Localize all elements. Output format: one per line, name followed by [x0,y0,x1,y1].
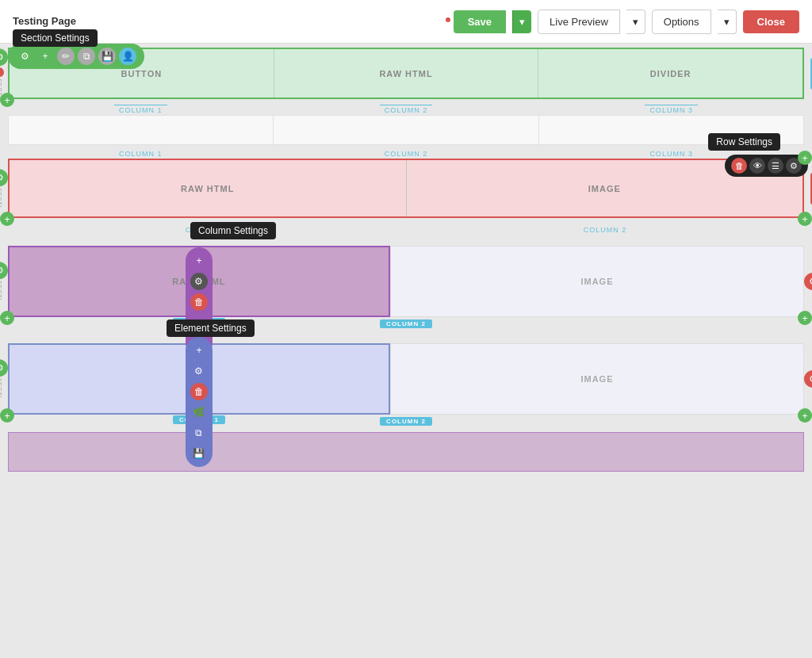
section2-col2 [274,116,538,144]
section1-col2: RAW HTML [274,49,539,98]
row-toolbar-eye-button[interactable]: 👁 [749,158,765,174]
save-dropdown-button[interactable]: ▾ [512,10,531,33]
section5: Element Settings ⚙ SECTI + ⚙ 🗑 🌿 ⧉ 💾 COL… [8,343,804,415]
section3-col-labels: COLUMN 1 COLUMN 2 [8,226,804,234]
section5-col1: + ⚙ 🗑 🌿 ⧉ 💾 COLUMN 1 [8,343,390,415]
close-button[interactable]: Close [743,10,799,33]
section6 [8,432,804,472]
header-left: Testing Page Section Settings [13,15,76,29]
elem-toolbar-trash-button[interactable]: 🗑 [190,383,208,400]
section3-col1: RAW HTML [10,160,407,216]
section4-gear-icon[interactable]: ⚙ [0,262,8,279]
toolbar-copy-button[interactable]: ⧉ [78,48,95,65]
toolbar-pencil-button[interactable]: ✏ [57,48,75,65]
header-right: Save ▾ Live Preview ▾ Options ▾ Close [442,10,799,34]
section1-col-labels: COLUMN 1 COLUMN 2 COLUMN 3 [8,105,804,115]
section4-add-bottom-left[interactable]: + [0,311,14,325]
section3-left-handle: ⚙ SECTI [0,169,8,208]
elem-toolbar: + ⚙ 🗑 🌿 ⧉ 💾 [186,337,213,467]
section5-col2: IMAGE COLUMN 2 [390,343,804,415]
section3-sect-label: SECTI [0,188,2,208]
row-toolbar: 🗑 👁 ☰ ⚙ [725,155,808,177]
s2-col-label-1: COLUMN 1 [119,150,163,158]
col4-bar2: COLUMN 2 [8,319,804,328]
section1-gear-icon[interactable]: ⚙ [0,48,8,66]
s2-col-label-3: COLUMN 3 [649,150,693,158]
row-toolbar-red-button[interactable]: 🗑 [731,158,747,174]
section3-gear-icon[interactable]: ⚙ [0,169,8,186]
save-button[interactable]: Save [454,10,506,33]
elem-toolbar-copy-button[interactable]: ⧉ [190,424,208,442]
toolbar-user-button[interactable]: 👤 [119,48,136,65]
options-dropdown-button[interactable]: ▾ [718,10,737,34]
col-settings-tooltip: Column Settings [190,222,276,239]
s2-col-label-2: COLUMN 2 [385,150,428,158]
section2-col-labels: COLUMN 1 COLUMN 2 COLUMN 3 [8,150,804,158]
toolbar-plus-button[interactable]: + [36,48,54,65]
section5-gear-icon[interactable]: ⚙ [0,359,8,377]
col-toolbar-trash-button[interactable]: 🗑 [190,293,208,311]
section3-add-top-right[interactable]: + [798,151,812,165]
section5-row: + ⚙ 🗑 🌿 ⧉ 💾 COLUMN 1 IMAGE COLUMN 2 [8,343,804,415]
section5-sect-label: SECTI [0,378,2,399]
elem-settings-tooltip: Element Settings [167,319,255,337]
section3-add-bottom-left[interactable]: + [0,212,14,226]
live-preview-dropdown-button[interactable]: ▾ [626,10,645,34]
section4-add-bottom-right[interactable]: + [798,311,812,325]
col-toolbar-gear-button[interactable]: ⚙ [190,273,208,290]
section2 [8,115,804,145]
elem-toolbar-leaf-button[interactable]: 🌿 [190,404,208,421]
section1-red-dot [0,67,4,77]
toolbar-save-button[interactable]: 💾 [98,48,116,65]
section3: Row Settings 🗑 👁 ☰ ⚙ + ⚙ SECTI RAW HTML … [8,159,804,218]
section-settings-tooltip: Section Settings [13,29,98,47]
section1-col-label-1: COLUMN 1 [114,105,167,115]
section4: Column Settings ⚙ SECTI + ⚙ 🗑 + 🌿 RAW HT… [8,246,804,317]
col5-bar2: COLUMN 2 [8,417,804,426]
options-button[interactable]: Options [652,10,711,34]
section4-right-handle: ⚙ [804,273,812,290]
section3-row: RAW HTML IMAGE [8,159,804,218]
toolbar-gear-button[interactable]: ⚙ [16,48,33,65]
section2-col1 [9,116,274,144]
elem-toolbar-gear-button[interactable]: ⚙ [190,362,208,380]
section1-col-label-3: COLUMN 3 [645,105,698,115]
section4-sect-label: SECTI [0,281,2,301]
section5-add-bottom-right[interactable]: + [798,408,812,423]
section-toolbar: ⚙ + ✏ ⧉ 💾 👤 [8,44,144,69]
section5-add-bottom-left[interactable]: + [0,408,14,423]
section1-col3: DIVIDER [538,49,802,98]
elem-toolbar-plus-button[interactable]: + [190,342,208,359]
section3-add-bottom-right[interactable]: + [798,212,812,226]
live-preview-button[interactable]: Live Preview [538,10,620,34]
header: Testing Page Section Settings Save ▾ Liv… [0,0,812,44]
section4-row: + ⚙ 🗑 + 🌿 RAW HTML COLUMN 1 IMAGE COLUMN… [8,246,804,317]
row-toolbar-bars-button[interactable]: ☰ [768,158,783,174]
section4-left-handle: ⚙ SECTI [0,262,8,301]
s3-col-label-2: COLUMN 2 [584,226,627,234]
section5-left-handle: ⚙ SECTI [0,359,8,399]
canvas: ⚙ SECTI BUTTON RAW HTML DIVIDER + COLUMN… [0,44,812,658]
save-dot [446,17,450,22]
section1-col-label-2: COLUMN 2 [380,105,433,115]
elem-toolbar-save-button[interactable]: 💾 [190,445,208,462]
section5-right-gear[interactable]: ⚙ [804,370,812,388]
row-settings-tooltip: Row Settings [708,133,780,151]
col-toolbar-plus-button[interactable]: + [190,252,208,270]
section4-col1: + ⚙ 🗑 + 🌿 RAW HTML COLUMN 1 [8,246,390,317]
section5-right-handle: ⚙ [804,370,812,388]
section1-left-handle: ⚙ SECTI [0,48,8,99]
page-title: Testing Page [13,15,76,27]
section4-right-gear[interactable]: ⚙ [804,273,812,290]
section4-col2: IMAGE COLUMN 2 [390,246,804,317]
